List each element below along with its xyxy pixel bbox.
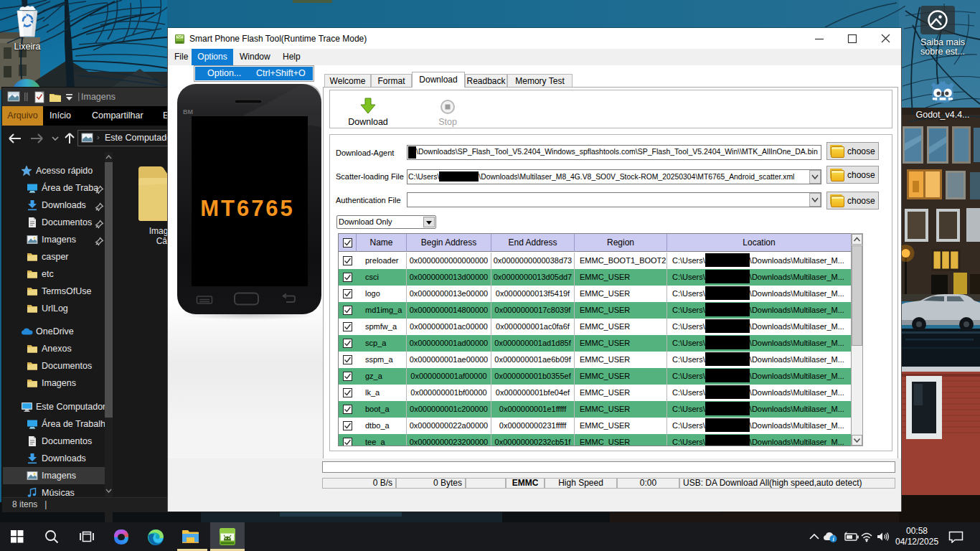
svg-text:MT6765: MT6765 [200,196,295,221]
svg-text:BM: BM [183,108,193,116]
